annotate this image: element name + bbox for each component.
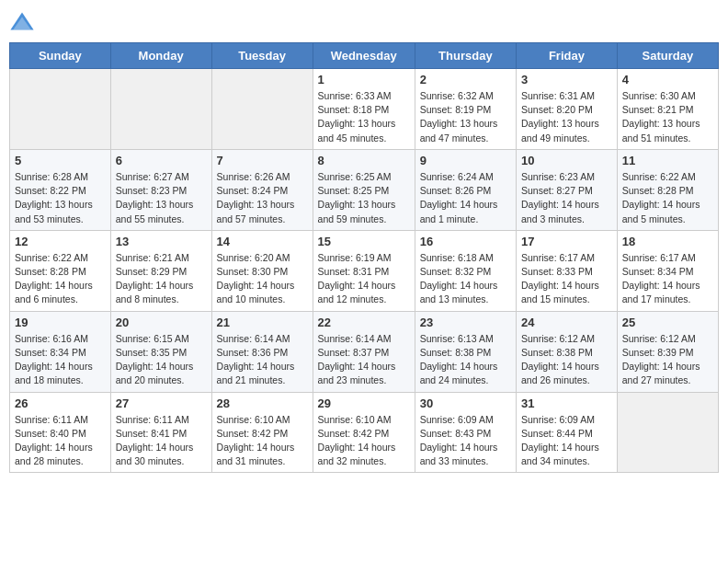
sunset-label: Sunset: 8:28 PM <box>15 266 86 277</box>
sunset-label: Sunset: 8:19 PM <box>420 104 492 115</box>
daylight-label: Daylight: 14 hours and 33 minutes. <box>420 442 498 466</box>
sunrise-label: Sunrise: 6:32 AM <box>420 90 494 101</box>
sunset-label: Sunset: 8:38 PM <box>521 347 593 358</box>
calendar-week-row: 1 Sunrise: 6:33 AM Sunset: 8:18 PM Dayli… <box>10 69 719 150</box>
calendar-day-cell: 11 Sunrise: 6:22 AM Sunset: 8:28 PM Dayl… <box>617 149 718 230</box>
day-info: Sunrise: 6:32 AM Sunset: 8:19 PM Dayligh… <box>420 89 511 145</box>
day-number: 6 <box>116 154 207 167</box>
daylight-label: Daylight: 13 hours and 53 minutes. <box>15 199 93 224</box>
sunset-label: Sunset: 8:29 PM <box>116 266 188 277</box>
calendar-day-cell: 7 Sunrise: 6:26 AM Sunset: 8:24 PM Dayli… <box>211 149 313 230</box>
sunrise-label: Sunrise: 6:11 AM <box>15 414 88 425</box>
day-info: Sunrise: 6:09 AM Sunset: 8:43 PM Dayligh… <box>420 413 511 469</box>
sunset-label: Sunset: 8:41 PM <box>116 428 188 439</box>
sunrise-label: Sunrise: 6:27 AM <box>116 171 189 182</box>
day-info: Sunrise: 6:11 AM Sunset: 8:41 PM Dayligh… <box>116 413 207 469</box>
day-number: 30 <box>420 396 511 410</box>
day-info: Sunrise: 6:16 AM Sunset: 8:34 PM Dayligh… <box>15 332 106 388</box>
day-info: Sunrise: 6:18 AM Sunset: 8:32 PM Dayligh… <box>420 251 511 307</box>
calendar-day-cell: 2 Sunrise: 6:32 AM Sunset: 8:19 PM Dayli… <box>415 69 516 150</box>
day-number: 5 <box>15 154 106 167</box>
day-number: 4 <box>622 73 713 86</box>
sunrise-label: Sunrise: 6:21 AM <box>116 252 189 263</box>
day-number: 27 <box>116 396 207 410</box>
sunset-label: Sunset: 8:26 PM <box>420 185 492 196</box>
day-info: Sunrise: 6:31 AM Sunset: 8:20 PM Dayligh… <box>521 89 612 145</box>
sunset-label: Sunset: 8:20 PM <box>521 104 593 115</box>
day-number: 8 <box>318 154 410 167</box>
calendar-day-cell: 17 Sunrise: 6:17 AM Sunset: 8:33 PM Dayl… <box>517 230 618 311</box>
calendar-week-row: 5 Sunrise: 6:28 AM Sunset: 8:22 PM Dayli… <box>10 149 719 230</box>
day-info: Sunrise: 6:27 AM Sunset: 8:23 PM Dayligh… <box>116 170 207 226</box>
sunrise-label: Sunrise: 6:09 AM <box>420 414 494 425</box>
sunrise-label: Sunrise: 6:17 AM <box>521 252 595 263</box>
day-number: 25 <box>622 316 713 329</box>
day-info: Sunrise: 6:09 AM Sunset: 8:44 PM Dayligh… <box>521 413 612 469</box>
day-number: 13 <box>116 235 207 248</box>
sunset-label: Sunset: 8:39 PM <box>622 347 694 358</box>
calendar-week-row: 19 Sunrise: 6:16 AM Sunset: 8:34 PM Dayl… <box>10 311 719 392</box>
sunset-label: Sunset: 8:44 PM <box>521 428 593 439</box>
calendar-day-cell: 1 Sunrise: 6:33 AM Sunset: 8:18 PM Dayli… <box>313 69 415 150</box>
calendar-day-cell: 6 Sunrise: 6:27 AM Sunset: 8:23 PM Dayli… <box>110 149 211 230</box>
daylight-label: Daylight: 13 hours and 59 minutes. <box>318 199 396 224</box>
day-info: Sunrise: 6:23 AM Sunset: 8:27 PM Dayligh… <box>521 170 612 226</box>
sunrise-label: Sunrise: 6:10 AM <box>217 414 290 425</box>
day-info: Sunrise: 6:12 AM Sunset: 8:39 PM Dayligh… <box>622 332 713 388</box>
day-info: Sunrise: 6:19 AM Sunset: 8:31 PM Dayligh… <box>318 251 410 307</box>
day-info: Sunrise: 6:20 AM Sunset: 8:30 PM Dayligh… <box>217 251 308 307</box>
calendar-day-cell: 16 Sunrise: 6:18 AM Sunset: 8:32 PM Dayl… <box>415 230 516 311</box>
sunset-label: Sunset: 8:30 PM <box>217 266 289 277</box>
day-number: 31 <box>521 396 612 410</box>
calendar-day-cell: 27 Sunrise: 6:11 AM Sunset: 8:41 PM Dayl… <box>110 392 211 473</box>
sunset-label: Sunset: 8:34 PM <box>622 266 694 277</box>
day-number: 23 <box>420 316 511 329</box>
day-info: Sunrise: 6:14 AM Sunset: 8:37 PM Dayligh… <box>318 332 410 388</box>
daylight-label: Daylight: 14 hours and 6 minutes. <box>15 280 93 304</box>
sunrise-label: Sunrise: 6:12 AM <box>622 333 696 344</box>
sunrise-label: Sunrise: 6:12 AM <box>521 333 595 344</box>
day-info: Sunrise: 6:24 AM Sunset: 8:26 PM Dayligh… <box>420 170 511 226</box>
daylight-label: Daylight: 14 hours and 8 minutes. <box>116 280 194 304</box>
day-number: 20 <box>116 316 207 329</box>
page-header <box>9 9 719 35</box>
daylight-label: Daylight: 14 hours and 13 minutes. <box>420 280 498 304</box>
calendar-day-cell <box>211 69 313 150</box>
day-info: Sunrise: 6:14 AM Sunset: 8:36 PM Dayligh… <box>217 332 308 388</box>
day-info: Sunrise: 6:12 AM Sunset: 8:38 PM Dayligh… <box>521 332 612 388</box>
calendar-day-cell <box>617 392 718 473</box>
day-number: 2 <box>420 73 511 86</box>
daylight-label: Daylight: 14 hours and 34 minutes. <box>521 442 599 466</box>
daylight-label: Daylight: 14 hours and 27 minutes. <box>622 361 700 385</box>
daylight-label: Daylight: 14 hours and 32 minutes. <box>318 442 396 466</box>
sunset-label: Sunset: 8:43 PM <box>420 428 492 439</box>
sunrise-label: Sunrise: 6:23 AM <box>521 171 595 182</box>
logo <box>9 9 37 35</box>
day-number: 15 <box>318 235 410 248</box>
calendar-day-cell: 29 Sunrise: 6:10 AM Sunset: 8:42 PM Dayl… <box>313 392 415 473</box>
day-info: Sunrise: 6:10 AM Sunset: 8:42 PM Dayligh… <box>318 413 410 469</box>
day-number: 18 <box>622 235 713 248</box>
calendar-day-cell: 24 Sunrise: 6:12 AM Sunset: 8:38 PM Dayl… <box>517 311 618 392</box>
sunrise-label: Sunrise: 6:09 AM <box>521 414 595 425</box>
sunset-label: Sunset: 8:38 PM <box>420 347 492 358</box>
day-number: 26 <box>15 396 106 410</box>
sunset-label: Sunset: 8:24 PM <box>217 185 289 196</box>
sunrise-label: Sunrise: 6:14 AM <box>318 333 392 344</box>
sunrise-label: Sunrise: 6:28 AM <box>15 171 88 182</box>
daylight-label: Daylight: 14 hours and 10 minutes. <box>217 280 295 304</box>
logo-icon <box>9 9 35 35</box>
daylight-label: Daylight: 14 hours and 23 minutes. <box>318 361 396 385</box>
day-number: 29 <box>318 396 410 410</box>
calendar-day-cell: 5 Sunrise: 6:28 AM Sunset: 8:22 PM Dayli… <box>10 149 111 230</box>
daylight-label: Daylight: 14 hours and 12 minutes. <box>318 280 396 304</box>
day-info: Sunrise: 6:33 AM Sunset: 8:18 PM Dayligh… <box>318 89 410 145</box>
calendar-day-cell: 31 Sunrise: 6:09 AM Sunset: 8:44 PM Dayl… <box>517 392 618 473</box>
sunrise-label: Sunrise: 6:13 AM <box>420 333 494 344</box>
daylight-label: Daylight: 14 hours and 3 minutes. <box>521 199 599 224</box>
calendar-day-cell: 8 Sunrise: 6:25 AM Sunset: 8:25 PM Dayli… <box>313 149 415 230</box>
day-number: 12 <box>15 235 106 248</box>
day-number: 17 <box>521 235 612 248</box>
day-info: Sunrise: 6:17 AM Sunset: 8:33 PM Dayligh… <box>521 251 612 307</box>
sunset-label: Sunset: 8:40 PM <box>15 428 86 439</box>
